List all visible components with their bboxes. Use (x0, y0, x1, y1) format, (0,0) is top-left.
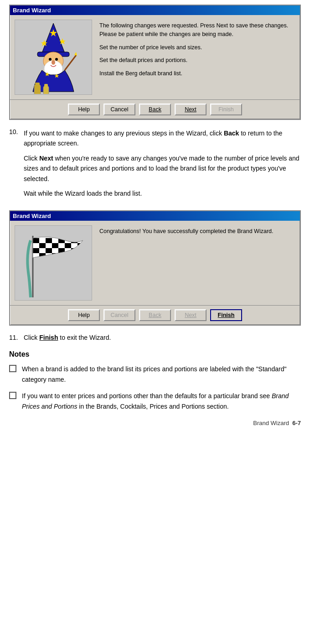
dialog1-finish-button[interactable]: Finish (210, 104, 242, 115)
notes-section: Notes When a brand is added to the brand… (9, 350, 301, 411)
svg-marker-14 (74, 52, 77, 56)
dialog2-help-button[interactable]: Help (68, 309, 100, 321)
note1-text: When a brand is added to the brand list … (22, 364, 301, 384)
svg-point-10 (52, 60, 55, 65)
svg-rect-29 (46, 248, 52, 253)
step11-number: 11. (9, 334, 24, 341)
flag-illustration (15, 225, 92, 301)
dialog1-buttons: Help Cancel Back Next Finish (10, 99, 300, 119)
step11-content: Click Finish to exit the Wizard. (24, 334, 111, 341)
svg-rect-31 (71, 248, 78, 253)
dialog1-item2: Set the default prices and portions. (99, 56, 294, 65)
dialog1-cancel-button[interactable]: Cancel (103, 104, 135, 115)
note2-italic-link: Brand Prices and Portions (22, 392, 289, 410)
step11-finish-bold: Finish (39, 334, 58, 341)
svg-marker-0 (42, 23, 65, 53)
flag-svg (17, 227, 90, 300)
dialog2-cancel-button[interactable]: Cancel (103, 309, 135, 321)
footer-page: 6-7 (292, 420, 301, 426)
svg-rect-28 (33, 248, 39, 253)
note1-checkbox (9, 365, 16, 372)
step10-back-bold: Back (224, 130, 239, 137)
step11-suffix: to exit the Wizard. (58, 334, 111, 341)
step10-para2-suffix: when you're ready to save any changes yo… (24, 155, 300, 182)
svg-rect-27 (78, 243, 84, 248)
dialog1-item3: Install the Berg default brand list. (99, 69, 294, 78)
dialog1-back-button[interactable]: Back (139, 104, 171, 115)
svg-rect-16 (35, 83, 40, 86)
dialog2-body: Congratulations! You have successfully c… (10, 221, 300, 305)
svg-rect-18 (44, 84, 48, 88)
wizard-svg (17, 21, 90, 94)
step11-prefix: Click (24, 334, 39, 341)
step10-content: If you want to make changes to any previ… (24, 128, 301, 203)
svg-rect-34 (65, 253, 71, 258)
dialog2-congrats: Congratulations! You have successfully c… (99, 227, 294, 236)
step11-para1: Click Finish to exit the Wizard. (24, 334, 111, 341)
dialog2-title: Brand Wizard (13, 213, 51, 219)
page-footer: Brand Wizard 6-7 (9, 420, 301, 426)
dialog2-back-button[interactable]: Back (139, 309, 171, 321)
svg-rect-25 (52, 243, 58, 248)
note-item-2: If you want to enter prices and portions… (9, 391, 301, 411)
wizard-illustration (15, 20, 92, 95)
dialog1-intro: The following changes were requested. Pr… (99, 21, 294, 39)
step11: 11. Click Finish to exit the Wizard. (9, 334, 301, 341)
dialog1-body: The following changes were requested. Pr… (10, 15, 300, 99)
brand-wizard-dialog-2: Brand Wizard (9, 210, 301, 326)
dialog1-next-button[interactable]: Next (175, 104, 207, 115)
step10-para2-prefix: Click (24, 155, 39, 162)
note2-checkbox (9, 392, 16, 399)
step10-para1-prefix: If you want to make changes to any previ… (24, 130, 224, 137)
step10-para3: Wait while the Wizard loads the brand li… (24, 188, 301, 198)
dialog2-titlebar: Brand Wizard (10, 211, 300, 221)
svg-point-8 (49, 58, 52, 61)
svg-rect-26 (65, 243, 71, 248)
note2-text: If you want to enter prices and portions… (22, 391, 301, 411)
footer-text: Brand Wizard (253, 420, 289, 426)
svg-line-13 (65, 55, 76, 70)
svg-rect-24 (39, 243, 46, 248)
svg-rect-21 (46, 238, 52, 243)
dialog1-text: The following changes were requested. Pr… (98, 20, 295, 95)
dialog2-next-button[interactable]: Next (175, 309, 207, 321)
dialog1-title: Brand Wizard (13, 7, 51, 14)
step10-para2: Click Next when you're ready to save any… (24, 153, 301, 184)
svg-rect-20 (33, 238, 39, 243)
step10-para1: If you want to make changes to any previ… (24, 128, 301, 149)
brand-wizard-dialog-1: Brand Wizard (9, 5, 301, 120)
step10-next-bold: Next (39, 155, 53, 162)
notes-title: Notes (9, 350, 301, 358)
dialog2-buttons: Help Cancel Back Next Finish (10, 305, 300, 325)
dialog2-text: Congratulations! You have successfully c… (98, 225, 295, 301)
step10: 10. If you want to make changes to any p… (9, 128, 301, 203)
dialog1-help-button[interactable]: Help (68, 104, 100, 115)
step10-number: 10. (9, 128, 24, 203)
dialog1-item1: Set the number of price levels and sizes… (99, 43, 294, 52)
dialog2-finish-button[interactable]: Finish (210, 309, 242, 321)
svg-point-9 (55, 58, 58, 61)
note-item-1: When a brand is added to the brand list … (9, 364, 301, 384)
dialog1-titlebar: Brand Wizard (10, 5, 300, 15)
